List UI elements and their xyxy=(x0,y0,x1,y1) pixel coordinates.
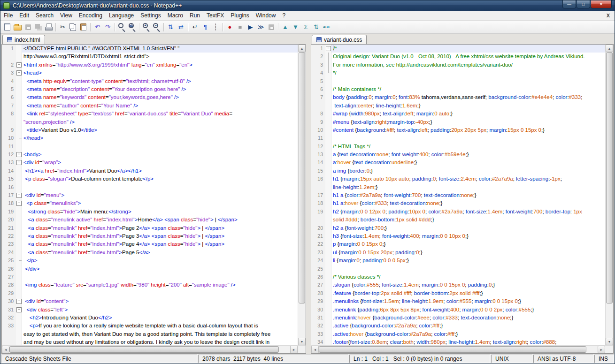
code-line[interactable]: 18h1 a:hover {color:#333; text-decoratio… xyxy=(311,199,605,207)
restore-button[interactable]: □ xyxy=(577,0,590,8)
code-line[interactable]: 22p {margin:0 0 15px 0;} xyxy=(311,240,605,248)
code-line[interactable]: and may be used without any limitations … xyxy=(2,338,298,345)
fold-toggle-icon[interactable] xyxy=(16,191,22,199)
code-line[interactable]: 8#wrap {width:980px; text-align:left; ma… xyxy=(311,110,605,118)
run-macro-multiple-times-icon[interactable]: ≫ xyxy=(256,22,266,32)
replace-icon[interactable]: ab xyxy=(127,22,137,32)
new-file-icon[interactable] xyxy=(2,22,12,32)
code-line[interactable]: 3<head> xyxy=(2,69,298,77)
code-line[interactable]: 24li {margin:0; padding:0 0 0 5px;} xyxy=(311,257,605,265)
plugin-move-up-icon[interactable]: ▲ xyxy=(280,22,290,32)
playback-macro-icon[interactable]: ▶ xyxy=(246,22,255,32)
code-line[interactable]: 14a:hover {text-decoration:underline;} xyxy=(311,159,605,167)
code-line[interactable]: 25 </p> xyxy=(2,257,298,265)
code-line[interactable]: 19 <strong class="hide">Main menu:</stro… xyxy=(2,208,298,216)
zoom-in-icon[interactable]: + xyxy=(141,22,151,32)
scroll-down-button[interactable]: ▼ xyxy=(298,338,306,345)
code-line[interactable]: 31 <div class="left"> xyxy=(2,306,298,314)
plugin-sum-icon[interactable]: Σ xyxy=(301,22,311,32)
code-line[interactable]: 3For more information, see http://andrea… xyxy=(311,61,605,69)
redo-icon[interactable]: ↷ xyxy=(103,22,113,32)
code-line[interactable]: 9#menu {text-align:right;margin-top:-40p… xyxy=(311,118,605,126)
plugin-sort-icon[interactable]: ⇅ xyxy=(311,22,321,32)
menu-close-document-button[interactable]: X xyxy=(602,13,615,18)
code-line[interactable]: 21 <a class="menulink" href="index.html"… xyxy=(2,224,298,232)
code-line[interactable]: 23 <a class="menulink" href="index.html"… xyxy=(2,240,298,248)
code-line[interactable]: 13<div id="wrap"> xyxy=(2,159,298,167)
code-line[interactable]: 4*/ xyxy=(311,69,605,77)
code-line[interactable]: 32 <h2>Introducing Variant Duo</h2> xyxy=(2,314,298,322)
fold-toggle-icon[interactable] xyxy=(16,297,22,305)
scrollbar-thumb[interactable] xyxy=(299,52,305,303)
code-line[interactable]: 18 <p class="menulinks"> xyxy=(2,199,298,207)
scroll-up-button[interactable]: ▲ xyxy=(606,45,613,52)
menu-file[interactable]: File xyxy=(0,11,16,20)
menu-textfx[interactable]: TextFX xyxy=(203,11,227,20)
code-line[interactable]: 13a {text-decoration:none; font-weight:4… xyxy=(311,151,605,159)
menu-window[interactable]: Window xyxy=(253,11,279,20)
show-indent-guide-icon[interactable]: ┆ xyxy=(211,22,221,32)
code-line[interactable]: 20h2 a {font-weight:700;} xyxy=(311,224,605,232)
code-line[interactable]: 22 <a class="menulink" href="index.html"… xyxy=(2,232,298,240)
code-line[interactable]: http://www.w3.org/TR/xhtml1/DTD/xhtml1-s… xyxy=(2,53,298,61)
menu-settings[interactable]: Settings xyxy=(137,11,164,20)
code-line[interactable]: 12<body> xyxy=(2,151,298,159)
code-line[interactable]: 26/* Various classes */ xyxy=(311,273,605,281)
status-insert-mode[interactable]: INS xyxy=(594,355,614,363)
code-line[interactable]: 32.active {background-color:#2a7a9a; col… xyxy=(311,322,605,330)
code-line[interactable]: text-align:center; line-height:1.6em;} xyxy=(311,102,605,110)
code-line[interactable]: 17h1 a {color:#2a7a9a; font-weight:700; … xyxy=(311,191,605,199)
code-line[interactable]: 8 <link rel="stylesheet" type="text/css"… xyxy=(2,110,298,118)
menu-view[interactable]: View xyxy=(57,11,76,20)
print-icon[interactable] xyxy=(44,22,54,32)
code-line[interactable]: line-height:1.2em;} xyxy=(311,183,605,191)
fold-toggle-icon[interactable] xyxy=(16,151,22,159)
code-line[interactable]: 6/* Main containers */ xyxy=(311,85,605,93)
status-eol-format[interactable]: UNIX xyxy=(491,355,532,363)
scroll-right-button[interactable]: ► xyxy=(290,346,298,353)
sync-horizontal-scroll-icon[interactable]: ⇄ xyxy=(176,22,186,32)
save-file-icon[interactable] xyxy=(23,22,33,32)
code-line[interactable]: "screen,projection" /> xyxy=(2,118,298,126)
find-icon[interactable] xyxy=(117,22,127,32)
scroll-left-button[interactable]: ◄ xyxy=(2,346,9,353)
scrollbar-track[interactable] xyxy=(9,346,290,353)
code-line[interactable]: 1/* xyxy=(311,45,605,53)
code-line[interactable]: solid #ddd; border-bottom:1px solid #ddd… xyxy=(311,216,605,224)
code-line[interactable]: 29 xyxy=(2,289,298,297)
code-line[interactable]: 27 xyxy=(2,273,298,281)
code-line[interactable]: 25 xyxy=(311,265,605,273)
menu-run[interactable]: Run xyxy=(186,11,203,20)
plugin-move-down-icon[interactable]: ▼ xyxy=(291,22,300,32)
code-line[interactable]: 10#content {background:#fff; text-align:… xyxy=(311,126,605,134)
code-line[interactable]: 16h1 {margin:15px auto 10px auto; paddin… xyxy=(311,175,605,183)
code-line[interactable]: 17 <div id="menu"> xyxy=(2,191,298,199)
scroll-up-button[interactable]: ▲ xyxy=(298,45,306,52)
fold-toggle-icon[interactable] xyxy=(16,199,22,207)
fold-toggle-icon[interactable] xyxy=(16,61,22,69)
word-wrap-icon[interactable]: ↵ xyxy=(190,22,200,32)
code-line[interactable]: 28.feature {border-top:2px solid #fff; b… xyxy=(311,289,605,297)
minimize-button[interactable]: — xyxy=(562,0,576,8)
code-line[interactable]: 21h3 {font-size:1.4em; font-weight:400; … xyxy=(311,232,605,240)
code-line[interactable]: 9 <title>Variant Duo v1.0</title> xyxy=(2,126,298,134)
zoom-out-icon[interactable]: − xyxy=(152,22,161,32)
code-line[interactable]: 33 <p>If you are looking for a really si… xyxy=(2,322,298,330)
code-line[interactable]: 30 <div id="content"> xyxy=(2,297,298,305)
code-line[interactable]: 24 <a class="menulink" href="index.html"… xyxy=(2,249,298,257)
code-line[interactable]: 27.slogan {color:#555; font-size:1.4em; … xyxy=(311,281,605,289)
title-bar[interactable]: C:\Users\Andreas\Desktop\variant-duo\var… xyxy=(0,0,615,11)
code-line[interactable]: 33.active:hover {background-color:#2a7a9… xyxy=(311,330,605,338)
start-recording-macro-icon[interactable]: ● xyxy=(225,22,235,32)
stop-recording-macro-icon[interactable]: ■ xyxy=(235,22,245,32)
scrollbar-thumb[interactable] xyxy=(9,346,279,353)
show-all-characters-icon[interactable]: ¶ xyxy=(200,22,210,32)
close-window-button[interactable]: ✕ xyxy=(591,0,612,8)
spell-check-icon[interactable]: ABC xyxy=(322,22,331,32)
code-line[interactable]: 11 xyxy=(2,143,298,151)
tab-variant-duo-css[interactable]: variant-duo.css xyxy=(312,35,367,44)
code-line[interactable]: 26 </div> xyxy=(2,265,298,273)
fold-toggle-icon[interactable] xyxy=(16,306,22,314)
code-line[interactable]: 23ul {margin:0 0 15px 20px; padding:0;} xyxy=(311,249,605,257)
menu-macro[interactable]: Macro xyxy=(164,11,186,20)
